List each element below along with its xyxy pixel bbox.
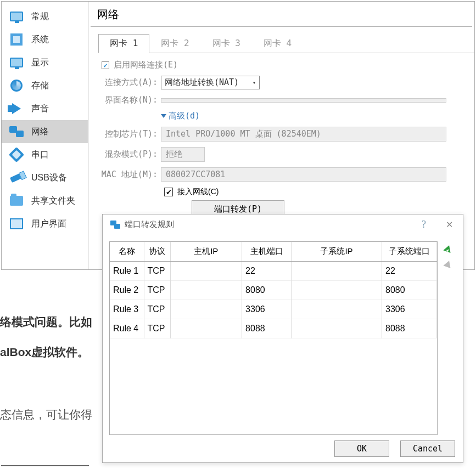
ui-icon <box>9 217 24 231</box>
serial-icon <box>9 148 24 162</box>
settings-sidebar: 常规 系统 显示 存储 声音 网络 串口 USB设备 <box>2 2 88 269</box>
cable-connected-label: 接入网线(C) <box>177 187 219 197</box>
divider <box>1 465 89 466</box>
sidebar-item-audio[interactable]: 声音 <box>2 97 88 120</box>
usb-icon <box>9 171 24 185</box>
port-forwarding-dialog: 端口转发规则 ? ✕ 名称 协议 主机IP 主机端口 子系统IP 子系统端口 R… <box>102 214 463 463</box>
add-rule-button[interactable] <box>441 242 455 255</box>
sidebar-item-shared-folders[interactable]: 共享文件夹 <box>2 189 88 212</box>
sidebar-item-storage[interactable]: 存储 <box>2 74 88 97</box>
attached-to-select[interactable]: 网络地址转换(NAT) ▾ <box>161 76 260 89</box>
chip-icon <box>9 32 24 47</box>
tab-adapter-3[interactable]: 网卡 3 <box>201 34 252 53</box>
advanced-toggle[interactable]: 高级(d) <box>161 111 200 121</box>
tab-adapter-4[interactable]: 网卡 4 <box>252 34 303 53</box>
sidebar-item-system[interactable]: 系统 <box>2 28 88 51</box>
sidebar-item-general[interactable]: 常规 <box>2 5 88 28</box>
tab-adapter-2[interactable]: 网卡 2 <box>149 34 200 53</box>
triangle-down-icon <box>161 114 166 118</box>
display-icon <box>9 55 24 70</box>
sidebar-item-label: 共享文件夹 <box>31 195 75 207</box>
folder-icon <box>9 194 24 208</box>
sidebar-item-label: 系统 <box>31 34 49 46</box>
monitor-icon <box>9 9 24 24</box>
cancel-button[interactable]: Cancel <box>400 440 455 457</box>
sidebar-item-user-interface[interactable]: 用户界面 <box>2 212 88 235</box>
interface-name-field <box>161 98 446 103</box>
speaker-icon <box>9 101 24 116</box>
adapter-tabs: 网卡 1 网卡 2 网卡 3 网卡 4 <box>98 33 474 53</box>
sidebar-item-display[interactable]: 显示 <box>2 51 88 74</box>
adapter-type-field: Intel PRO/1000 MT 桌面 (82540EM) <box>161 127 446 142</box>
table-row[interactable]: Rule 1TCP2222 <box>110 262 437 281</box>
dialog-titlebar: 端口转发规则 ? ✕ <box>103 214 463 235</box>
interface-name-label: 界面名称(N): <box>98 95 161 105</box>
ok-button[interactable]: OK <box>334 440 389 457</box>
dialog-title: 端口转发规则 <box>125 219 174 230</box>
panel-title: 网络 <box>91 4 472 27</box>
table-row[interactable]: Rule 2TCP80808080 <box>110 281 437 300</box>
attached-to-label: 连接方式(A): <box>98 77 161 88</box>
mac-address-field[interactable]: 080027CC7081 <box>161 167 446 182</box>
chevron-down-icon: ▾ <box>253 80 256 86</box>
table-row[interactable]: Rule 4TCP80888088 <box>110 319 437 338</box>
sidebar-item-label: 显示 <box>31 57 49 69</box>
remove-icon <box>443 259 452 268</box>
sidebar-item-network[interactable]: 网络 <box>2 120 88 143</box>
help-button[interactable]: ? <box>408 219 439 230</box>
promiscuous-mode-field: 拒绝 <box>161 147 205 162</box>
network-icon <box>9 125 24 139</box>
sidebar-item-label: 用户界面 <box>31 218 66 230</box>
background-article-text: 络模式问题。比如 alBox虚拟软件。 态信息，可让你得 <box>0 307 92 430</box>
tab-adapter-1[interactable]: 网卡 1 <box>98 34 149 53</box>
network-icon <box>110 221 120 229</box>
sidebar-item-label: 网络 <box>31 126 49 138</box>
promiscuous-mode-label: 混杂模式(P): <box>98 149 161 160</box>
sidebar-item-label: 串口 <box>31 149 49 161</box>
adapter-type-label: 控制芯片(T): <box>98 129 161 139</box>
sidebar-item-usb[interactable]: USB设备 <box>2 166 88 189</box>
table-row[interactable]: Rule 3TCP33063306 <box>110 300 437 319</box>
remove-rule-button[interactable] <box>441 258 455 270</box>
close-button[interactable]: ✕ <box>444 219 455 230</box>
sidebar-item-label: 常规 <box>31 11 49 22</box>
sidebar-item-serial[interactable]: 串口 <box>2 143 88 166</box>
enable-network-label: 启用网络连接(E) <box>114 60 178 70</box>
sidebar-item-label: 声音 <box>31 103 49 115</box>
disk-icon <box>9 78 24 93</box>
table-header-row: 名称 协议 主机IP 主机端口 子系统IP 子系统端口 <box>110 242 437 262</box>
add-icon <box>443 244 452 253</box>
enable-network-checkbox[interactable] <box>102 61 109 69</box>
mac-address-label: MAC 地址(M): <box>98 169 161 180</box>
sidebar-item-label: USB设备 <box>31 172 67 184</box>
sidebar-item-label: 存储 <box>31 80 49 92</box>
port-forwarding-table[interactable]: 名称 协议 主机IP 主机端口 子系统IP 子系统端口 Rule 1TCP222… <box>109 241 438 435</box>
cable-connected-checkbox[interactable] <box>164 188 173 196</box>
